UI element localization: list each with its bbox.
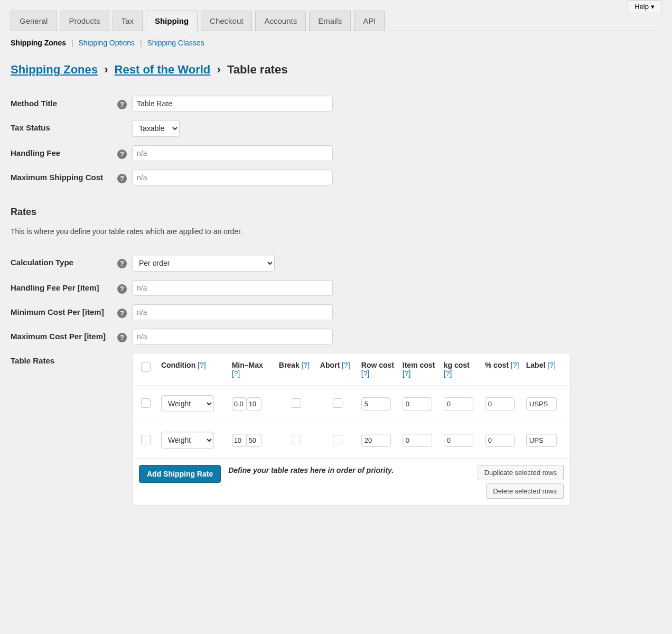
breadcrumb-zone[interactable]: Rest of the World — [115, 63, 211, 76]
help-icon[interactable]: [?] — [342, 361, 350, 369]
min-cost-per-input[interactable] — [132, 304, 333, 320]
tab-products[interactable]: Products — [60, 11, 109, 31]
tab-tax[interactable]: Tax — [113, 11, 143, 31]
tab-general[interactable]: General — [11, 11, 57, 31]
rowcost-input[interactable] — [361, 397, 391, 411]
th-abort: Abort — [320, 361, 340, 369]
help-icon[interactable]: [?] — [232, 369, 240, 378]
max-cost-per-input[interactable] — [132, 329, 333, 344]
help-icon[interactable]: [?] — [361, 369, 370, 378]
kgcost-input[interactable] — [444, 434, 473, 447]
tab-accounts[interactable]: Accounts — [255, 11, 306, 31]
handling-fee-label: Handling Fee — [11, 141, 132, 165]
help-icon[interactable]: ? — [117, 309, 127, 318]
subsub-zones[interactable]: Shipping Zones — [11, 39, 66, 47]
th-break: Break — [279, 361, 300, 369]
min-cost-per-label: Minimum Cost Per [item] — [11, 300, 132, 324]
max-ship-cost-label: Maximum Shipping Cost — [11, 165, 132, 190]
label-input[interactable] — [526, 434, 557, 447]
method-title-label: Method Title — [11, 91, 132, 116]
chevron-down-icon: ▾ — [651, 3, 655, 11]
help-icon[interactable]: [?] — [547, 361, 556, 369]
help-icon[interactable]: [?] — [511, 361, 519, 369]
handling-fee-input[interactable] — [132, 145, 333, 161]
itemcost-input[interactable] — [403, 434, 432, 447]
help-button-label: Help — [634, 3, 649, 11]
th-pctcost: % cost — [485, 361, 509, 369]
abort-checkbox[interactable] — [333, 398, 342, 408]
abort-checkbox[interactable] — [333, 435, 342, 444]
add-shipping-rate-button[interactable]: Add Shipping Rate — [139, 465, 221, 483]
tab-emails[interactable]: Emails — [309, 11, 351, 31]
table-row: Weight — [133, 422, 570, 459]
help-icon[interactable]: ? — [117, 333, 127, 342]
subsub-classes[interactable]: Shipping Classes — [147, 39, 204, 47]
rates-heading: Rates — [11, 207, 661, 218]
rowcost-input[interactable] — [361, 434, 391, 447]
break-checkbox[interactable] — [292, 398, 301, 408]
tax-status-label: Tax Status — [11, 116, 132, 141]
tab-shipping[interactable]: Shipping — [146, 11, 198, 31]
min-input[interactable] — [232, 434, 247, 447]
condition-select[interactable]: Weight — [161, 395, 214, 412]
help-icon[interactable]: [?] — [302, 361, 310, 369]
th-itemcost: Item cost — [403, 361, 435, 369]
subsub-options[interactable]: Shipping Options — [78, 39, 135, 47]
max-cost-per-label: Maximum Cost Per [item] — [11, 324, 132, 349]
table-row: Weight — [133, 386, 570, 422]
max-ship-cost-input[interactable] — [132, 170, 333, 185]
settings-tabs: General Products Tax Shipping Checkout A… — [11, 11, 661, 31]
max-input[interactable] — [247, 397, 262, 411]
tax-status-select[interactable]: Taxable — [132, 120, 180, 137]
max-input[interactable] — [247, 434, 262, 447]
method-title-input[interactable] — [132, 96, 333, 111]
duplicate-rows-button[interactable]: Duplicate selected rows — [478, 465, 564, 480]
th-condition: Condition — [161, 361, 195, 369]
label-input[interactable] — [526, 397, 557, 411]
footer-note: Define your table rates here in order of… — [228, 466, 470, 474]
row-select-checkbox[interactable] — [141, 435, 151, 444]
help-icon[interactable]: ? — [117, 259, 127, 268]
handling-per-input[interactable] — [132, 280, 333, 296]
help-icon[interactable]: ? — [117, 174, 127, 183]
help-icon[interactable]: [?] — [403, 369, 411, 378]
itemcost-input[interactable] — [403, 397, 432, 411]
help-icon[interactable]: ? — [117, 150, 127, 159]
calc-type-label: Calculation Type — [11, 250, 132, 276]
calc-type-select[interactable]: Per order — [132, 255, 275, 272]
break-checkbox[interactable] — [292, 435, 301, 444]
pctcost-input[interactable] — [485, 434, 515, 447]
table-rates-label: Table Rates — [11, 349, 132, 510]
subsub-nav: Shipping Zones | Shipping Options | Ship… — [11, 39, 661, 47]
breadcrumb-method: Table rates — [227, 63, 288, 76]
select-all-checkbox[interactable] — [141, 362, 151, 372]
breadcrumb: Shipping Zones › Rest of the World › Tab… — [11, 63, 661, 77]
tab-api[interactable]: API — [354, 11, 385, 31]
rates-table: Condition [?] Min–Max [?] Break [?] Abor… — [132, 353, 571, 506]
handling-per-label: Handling Fee Per [item] — [11, 276, 132, 300]
delete-rows-button[interactable]: Delete selected rows — [486, 483, 564, 499]
breadcrumb-zones[interactable]: Shipping Zones — [11, 63, 98, 76]
help-icon[interactable]: [?] — [198, 361, 206, 369]
help-icon[interactable]: ? — [117, 100, 127, 109]
help-icon[interactable]: ? — [117, 284, 127, 294]
condition-select[interactable]: Weight — [161, 432, 214, 449]
th-kgcost: kg cost — [444, 361, 470, 369]
tab-checkout[interactable]: Checkout — [201, 11, 252, 31]
kgcost-input[interactable] — [444, 397, 473, 411]
th-label: Label — [526, 361, 546, 369]
min-input[interactable] — [232, 397, 247, 411]
th-rowcost: Row cost — [361, 361, 394, 369]
row-select-checkbox[interactable] — [141, 398, 151, 408]
rates-description: This is where you define your table rate… — [11, 227, 661, 236]
th-minmax: Min–Max — [232, 361, 263, 369]
help-icon[interactable]: [?] — [444, 369, 452, 378]
pctcost-input[interactable] — [485, 397, 515, 411]
